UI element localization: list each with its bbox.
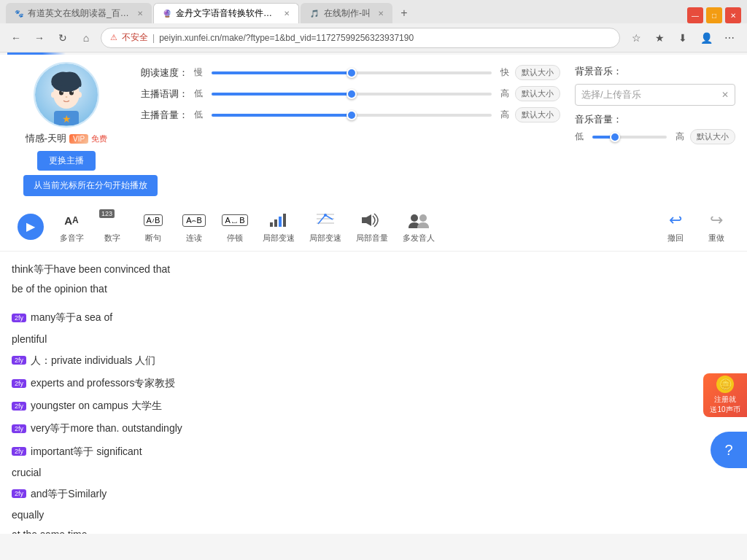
music-vol-default-button[interactable]: 默认大小 [690, 129, 735, 144]
music-vol-thumb[interactable] [610, 132, 620, 142]
account-button[interactable]: 👤 [696, 28, 716, 48]
music-input-clear[interactable]: ✕ [721, 90, 729, 100]
close-button[interactable]: ✕ [725, 7, 741, 23]
address-field[interactable]: ⚠ 不安全 | peiyin.xunfei.cn/make/?ftype=1&b… [101, 28, 620, 48]
address-bar: ← → ↻ ⌂ ⚠ 不安全 | peiyin.xunfei.cn/make/?f… [0, 23, 747, 52]
local-speed-svg [268, 212, 289, 228]
pause-item[interactable]: A ⎵ B 停顿 [216, 206, 254, 246]
address-text: peiyin.xunfei.cn/make/?ftype=1&bd_vid=11… [159, 33, 414, 43]
continuous-item[interactable]: A⌢B 连读 [175, 206, 213, 246]
tab-1-close[interactable]: ✕ [137, 9, 143, 18]
music-vol-min: 低 [575, 131, 584, 143]
local-speed-item[interactable]: 局部变速 [257, 206, 301, 246]
music-vol-max: 高 [676, 131, 684, 143]
bg-music-section: 背景音乐： 选择/上传音乐 ✕ 音乐音量： 低 高 默认大小 [575, 62, 735, 171]
tab-2[interactable]: 🔮 金丹文字语音转换软件下载-正版... ✕ [153, 3, 299, 23]
tone-slider-row: 主播语调： 低 高 默认大小 [136, 86, 560, 101]
downloads-button[interactable]: ⬇ [673, 28, 693, 48]
maximize-button[interactable]: □ [706, 7, 722, 23]
local-volume-icon [359, 209, 385, 231]
svg-marker-20 [366, 214, 371, 226]
local-volume-item[interactable]: 局部音量 [350, 206, 394, 246]
page-content: ★ 情感-天明 VIP 免费 更换主播 朗读速度： 慢 快 默认大小 [0, 55, 747, 534]
speed-max: 快 [500, 66, 509, 79]
music-input[interactable]: 选择/上传音乐 ✕ [575, 84, 735, 106]
change-anchor-button[interactable]: 更换主播 [37, 151, 96, 171]
break-item[interactable]: A/B 断句 [134, 206, 172, 246]
content-line-text: 人：private individuals 人们 [31, 351, 155, 370]
tab-2-close[interactable]: ✕ [284, 9, 290, 18]
list-item: 2fymany等于a sea of [12, 307, 735, 328]
multi-voice-svg [407, 212, 430, 228]
tab-3-close[interactable]: ✕ [378, 9, 384, 18]
polyphonic-item[interactable]: A A 多音字 [53, 206, 90, 246]
volume-thumb[interactable] [347, 110, 357, 120]
star-button[interactable]: ☆ [626, 28, 646, 48]
favorites-button[interactable]: ★ [649, 28, 670, 48]
polyphonic-icon-text: A [64, 214, 72, 227]
controls-area: ★ 情感-天明 VIP 免费 更换主播 朗读速度： 慢 快 默认大小 [0, 55, 747, 175]
menu-button[interactable]: ⋯ [719, 28, 740, 48]
continuous-icon-inner: A⌢B [182, 214, 206, 227]
svg-rect-19 [362, 217, 366, 223]
content-line-text: experts and professors专家教授 [31, 374, 175, 392]
speed-thumb[interactable] [347, 68, 357, 78]
content-badge: 2fy [12, 356, 26, 365]
undo-item[interactable]: ↩ 撤回 [657, 206, 694, 246]
minimize-button[interactable]: — [687, 7, 703, 23]
tab-1-label: 有道英文在线朗读器_百度搜索 [28, 7, 130, 20]
new-tab-button[interactable]: + [394, 3, 414, 23]
svg-point-7 [66, 96, 68, 98]
multi-voice-item[interactable]: 多发音人 [397, 206, 441, 246]
content-area[interactable]: think等于have been convinced thatbe of the… [0, 252, 747, 534]
list-item: equally [12, 506, 735, 524]
content-line-text: and等于Similarly [31, 485, 107, 503]
content-line-text: many等于a sea of [31, 308, 112, 327]
speed-fill [212, 71, 352, 74]
local-volume-label: 局部音量 [356, 233, 388, 244]
continuous-label: 连读 [186, 233, 202, 244]
back-button[interactable]: ← [7, 29, 25, 47]
music-vol-track[interactable] [592, 136, 667, 139]
svg-point-21 [411, 214, 418, 222]
speed-track[interactable] [212, 71, 492, 74]
tone-track[interactable] [212, 93, 492, 96]
tone-thumb[interactable] [347, 89, 357, 99]
play-button[interactable]: ▶ [18, 214, 44, 240]
play-button-item[interactable]: ▶ [12, 211, 50, 243]
avatar: ★ [34, 62, 99, 128]
tab-1-favicon: 🐾 [15, 8, 23, 18]
speed-default-button[interactable]: 默认大小 [515, 65, 560, 80]
svg-point-22 [419, 214, 427, 222]
number-icon: 123 [99, 209, 125, 231]
tab-3[interactable]: 🎵 在线制作-叫 ✕ [301, 3, 392, 23]
content-badge: 2fy [12, 379, 26, 388]
undo-icon: ↩ [662, 209, 689, 231]
tab-3-favicon: 🎵 [309, 8, 320, 18]
volume-slider-row: 主播音量： 低 高 默认大小 [136, 107, 560, 122]
float-ad[interactable]: 🪙 注册就 送10声币 [703, 373, 747, 417]
local-tone-item[interactable]: 局部变速 [303, 206, 347, 246]
tone-default-button[interactable]: 默认大小 [515, 86, 560, 101]
content-badge: 2fy [12, 447, 26, 456]
music-input-placeholder: 选择/上传音乐 [581, 88, 641, 101]
refresh-button[interactable]: ↻ [54, 29, 71, 47]
number-item[interactable]: 123 数字 [93, 206, 131, 246]
svg-point-9 [51, 92, 55, 98]
break-icon: A/B [140, 209, 166, 231]
svg-rect-12 [274, 219, 277, 227]
tab-2-label: 金丹文字语音转换软件下载-正版... [176, 7, 276, 20]
music-volume-title: 音乐音量： [575, 113, 622, 126]
float-support-button[interactable]: ? [711, 432, 747, 468]
tab-2-favicon: 🔮 [163, 9, 171, 19]
local-speed-icon [266, 209, 292, 231]
volume-default-button[interactable]: 默认大小 [515, 107, 560, 122]
volume-track[interactable] [212, 114, 492, 117]
redo-item[interactable]: ↪ 重做 [697, 206, 735, 246]
float-ad-line2: 送10声币 [710, 405, 740, 415]
browser-toolbar: ☆ ★ ⬇ 👤 ⋯ [626, 28, 740, 48]
forward-button[interactable]: → [31, 29, 48, 47]
address-separator: | [152, 33, 155, 43]
home-button[interactable]: ⌂ [77, 29, 95, 47]
tab-1[interactable]: 🐾 有道英文在线朗读器_百度搜索 ✕ [6, 3, 152, 23]
